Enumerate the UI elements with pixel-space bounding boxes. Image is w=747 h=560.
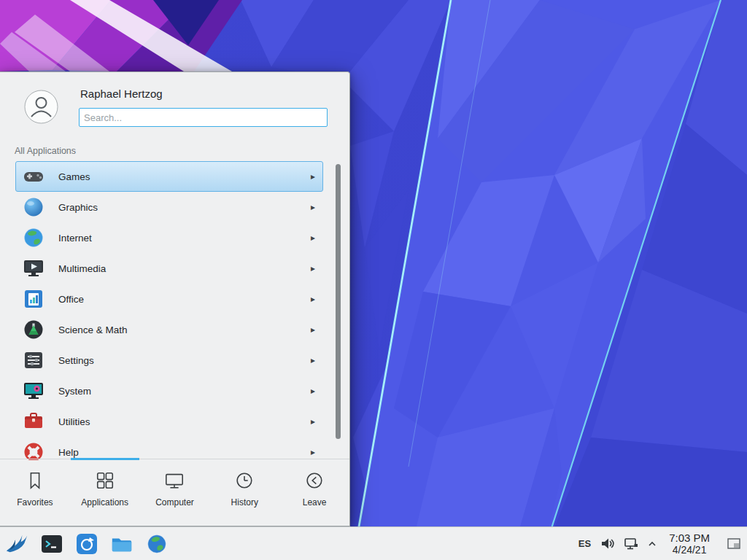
category-row-settings[interactable]: Settings ▸ [15, 345, 323, 376]
multimedia-monitor-icon [22, 257, 45, 280]
search-input[interactable] [79, 108, 328, 127]
scrollbar-thumb[interactable] [336, 164, 341, 439]
active-tab-indicator [71, 458, 139, 460]
terminal-button[interactable] [39, 532, 64, 556]
keyboard-layout-indicator[interactable]: ES [578, 538, 591, 549]
tab-leave[interactable]: Leave [279, 459, 349, 526]
submenu-arrow-icon: ▸ [311, 263, 315, 273]
category-label: System [58, 386, 91, 397]
category-label: Science & Math [58, 324, 128, 335]
submenu-arrow-icon: ▸ [311, 233, 315, 243]
category-label: Games [58, 171, 90, 182]
submenu-arrow-icon: ▸ [311, 171, 315, 182]
software-center-icon [75, 532, 98, 556]
submenu-arrow-icon: ▸ [311, 386, 315, 396]
submenu-arrow-icon: ▸ [311, 202, 315, 212]
submenu-arrow-icon: ▸ [311, 355, 315, 365]
clock-time: 7:03 PM [669, 532, 710, 544]
gamepad-icon [22, 165, 45, 188]
category-list: Games ▸ Graphics ▸ Internet ▸ [0, 161, 349, 460]
submenu-arrow-icon: ▸ [311, 294, 315, 304]
terminal-icon [40, 532, 63, 556]
bookmark-icon [25, 470, 45, 491]
tab-label: Favorites [17, 497, 53, 508]
applications-grid-icon [95, 470, 115, 491]
tab-label: Leave [303, 497, 327, 508]
show-desktop-button[interactable] [725, 530, 743, 558]
settings-sliders-icon [22, 349, 45, 372]
category-label: Multimedia [58, 263, 106, 274]
category-row-multimedia[interactable]: Multimedia ▸ [15, 253, 323, 284]
software-center-button[interactable] [74, 532, 99, 556]
category-label: Office [58, 294, 84, 305]
computer-monitor-icon [164, 470, 185, 491]
app-launcher-button[interactable] [4, 532, 29, 556]
category-row-office[interactable]: Office ▸ [15, 284, 323, 314]
taskbar-launchers [0, 532, 169, 556]
kali-dragon-icon [5, 533, 28, 555]
clock-date: 4/24/21 [669, 544, 710, 556]
user-avatar[interactable] [24, 90, 58, 124]
category-row-graphics[interactable]: Graphics ▸ [15, 192, 323, 222]
submenu-arrow-icon: ▸ [311, 447, 315, 457]
history-clock-icon [234, 470, 255, 491]
science-flask-icon [22, 318, 45, 341]
category-row-utilities[interactable]: Utilities ▸ [15, 406, 323, 437]
tab-label: Computer [155, 497, 194, 508]
web-browser-button[interactable] [144, 532, 169, 556]
tab-label: Applications [81, 497, 128, 508]
system-monitor-icon [22, 379, 45, 402]
category-row-help[interactable]: Help ▸ [15, 437, 323, 460]
graphics-sphere-icon [22, 195, 45, 219]
category-row-games[interactable]: Games ▸ [15, 161, 323, 192]
help-lifebuoy-icon [22, 440, 45, 460]
leave-back-icon [304, 470, 325, 491]
tab-applications[interactable]: Applications [70, 459, 140, 526]
tab-history[interactable]: History [209, 459, 279, 526]
section-label: All Applications [15, 146, 76, 156]
taskbar-panel: ES 7:03 PM 4/24/21 [0, 526, 747, 560]
browser-globe-icon [146, 533, 168, 555]
launcher-tab-bar: Favorites Applications Computer [0, 459, 349, 526]
expand-tray-caret-icon[interactable] [648, 541, 657, 547]
category-label: Utilities [58, 416, 90, 427]
category-row-internet[interactable]: Internet ▸ [15, 222, 323, 253]
application-launcher-menu: Raphael Hertzog All Applications Games ▸… [0, 71, 350, 526]
submenu-arrow-icon: ▸ [311, 324, 315, 335]
volume-icon[interactable] [600, 537, 614, 550]
tab-computer[interactable]: Computer [140, 459, 210, 526]
globe-icon [22, 226, 45, 249]
category-row-science-math[interactable]: Science & Math ▸ [15, 314, 323, 345]
tab-favorites[interactable]: Favorites [0, 459, 70, 526]
folder-icon [110, 532, 133, 556]
digital-clock[interactable]: 7:03 PM 4/24/21 [669, 532, 710, 556]
category-label: Graphics [58, 202, 98, 213]
network-icon[interactable] [624, 537, 638, 551]
office-document-icon [22, 287, 45, 311]
submenu-arrow-icon: ▸ [311, 416, 315, 427]
category-label: Internet [58, 233, 92, 244]
utilities-toolbox-icon [22, 410, 45, 433]
file-manager-button[interactable] [109, 532, 134, 556]
category-label: Help [58, 447, 79, 458]
user-name: Raphael Hertzog [80, 88, 163, 100]
category-row-system[interactable]: System ▸ [15, 376, 323, 406]
system-tray: ES 7:03 PM 4/24/21 [578, 530, 747, 558]
show-desktop-icon [727, 538, 740, 549]
tab-label: History [231, 497, 258, 508]
category-label: Settings [58, 355, 94, 366]
